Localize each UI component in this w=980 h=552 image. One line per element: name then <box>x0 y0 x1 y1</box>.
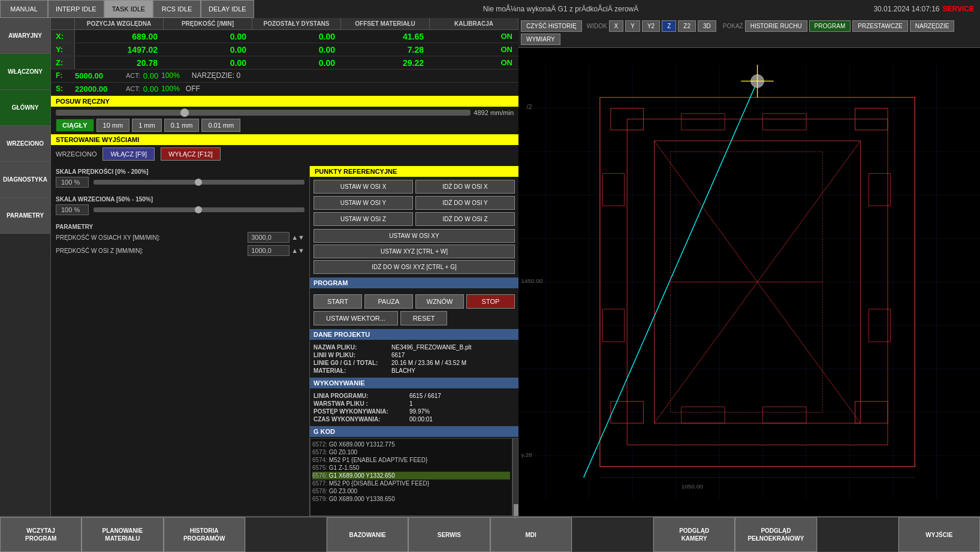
param-xy-row: PRĘDKOŚĆ W OSIACH XY [MM/MIN]: ▲▼ <box>56 232 304 243</box>
sidebar-item-awaryjny[interactable]: AWARYJNY <box>0 18 50 54</box>
ustaw-y-button[interactable]: USTAW W OSI Y <box>313 196 413 210</box>
z-offset: 29.22 <box>341 58 430 68</box>
przestawcze-button[interactable]: PRZESTAWCZE <box>852 20 907 32</box>
param-z-input[interactable] <box>248 245 290 256</box>
narzedzie-button[interactable]: NARZĘDZIE <box>910 20 955 32</box>
wylacz-button[interactable]: WYŁĄCZ [F12] <box>161 147 221 161</box>
x-cal: ON <box>430 32 518 41</box>
historie-ruchu-button[interactable]: HISTORIE RUCHU <box>745 20 807 32</box>
wyk-warstwa-val: 1 <box>409 400 413 407</box>
x-offset: 41.65 <box>341 32 430 41</box>
manual-button[interactable]: MANUAL <box>0 0 48 18</box>
podglad-kamery-button[interactable]: PODGLĄD KAMERY <box>653 517 735 552</box>
start-button[interactable]: START <box>313 294 362 309</box>
param-z-spinner[interactable]: ▲▼ <box>291 247 304 254</box>
historia-programow-button[interactable]: HISTORIA PROGRAMÓW <box>164 517 245 552</box>
ref-header: PUNKTY REFERENCYJNE <box>310 166 518 177</box>
sidebar-item-wlaczony[interactable]: WŁĄCZONY <box>0 54 50 90</box>
wymiary-button[interactable]: WYMIARY <box>521 34 560 45</box>
goto-xyz-button[interactable]: IDŹ DO W OSI XYZ [CTRL + G] <box>313 260 515 274</box>
program-button[interactable]: PROGRAM <box>809 20 851 32</box>
posuw-001mm-button[interactable]: 0.01 mm <box>201 119 240 132</box>
f-value: 5000.00 <box>75 71 123 80</box>
posuw-slider-track[interactable] <box>56 110 471 116</box>
viz-controls-bar: CZYŚĆ HISTORIĘ WIDOK X Y Y2 Z Z2 3D POKA… <box>518 18 980 48</box>
ustaw-xy-button[interactable]: USTAW W OSI XY <box>313 229 515 243</box>
gkod-scrollbar-thumb[interactable] <box>514 504 518 516</box>
interp-idle-button[interactable]: INTERP IDLE <box>48 0 104 18</box>
param-xy-spinner[interactable]: ▲▼ <box>291 234 304 241</box>
serwis-button[interactable]: SERWIS <box>408 517 490 552</box>
posuw-slider-thumb[interactable] <box>180 108 189 117</box>
ustaw-x-button[interactable]: USTAW W OSI X <box>313 180 413 194</box>
y-pos: 1497.02 <box>75 45 164 55</box>
wyk-section: LINIA PROGRAMU: 6615 / 6617 WARSTWA PLIK… <box>310 390 518 426</box>
dane-linie-val: 20.16 M / 23.36 M / 43.52 M <box>391 360 466 366</box>
rcs-idle-button[interactable]: RCS IDLE <box>153 0 201 18</box>
vektor-button[interactable]: USTAW WEKTOR... <box>313 311 398 325</box>
param-xy-label: PRĘDKOŚĆ W OSIACH XY [MM/MIN]: <box>56 234 248 241</box>
x-label: X: <box>51 30 75 43</box>
widok-y-button[interactable]: Y <box>625 20 640 32</box>
idz-z-button[interactable]: IDŹ DO W OSI Z <box>415 212 515 226</box>
sterowanie-label: WRZECIONO <box>56 150 97 158</box>
wyjscie-button[interactable]: WYJŚCIE <box>898 517 980 552</box>
gkod-line-6574: 6574: M52 P1 {ENABLE ADAPTIVE FEED} <box>312 456 510 464</box>
posuw-01mm-button[interactable]: 0.1 mm <box>164 119 200 132</box>
y-cal: ON <box>430 45 518 54</box>
delay-idle-button[interactable]: DELAY IDLE <box>201 0 254 18</box>
gkod-scrollbar[interactable] <box>512 438 518 516</box>
skala-predkosci-thumb[interactable] <box>195 179 202 186</box>
ustaw-xyz-button[interactable]: USTAW XYZ [CTRL + W] <box>313 245 515 258</box>
sidebar-item-diagnostyka[interactable]: DIAGNOSTYKA <box>0 162 50 198</box>
mdi-button[interactable]: MDI <box>490 517 572 552</box>
posuw-header: POSUW RĘCZNY <box>51 96 518 107</box>
ciagly-button[interactable]: CIĄGŁY <box>56 119 94 132</box>
gkod-content[interactable]: 6572: G0 X689.000 Y1312.775 6573: G0 Z0.… <box>310 438 512 516</box>
skala-wrzeciona-thumb[interactable] <box>195 206 202 213</box>
skala-predkosci-track[interactable] <box>94 180 304 185</box>
pauza-button[interactable]: PAUZA <box>364 294 413 309</box>
wyk-warstwa-key: WARSTWA PLIKU : <box>313 400 409 407</box>
sterowanie-section: WRZECIONO WŁĄCZ [F9] WYŁĄCZ [F12] <box>51 145 518 163</box>
stop-button[interactable]: STOP <box>466 294 515 309</box>
posuw-section: 4892 mm/min CIĄGŁY 10 mm 1 mm 0.1 mm 0.0… <box>51 107 518 134</box>
widok-3d-button[interactable]: 3D <box>698 20 716 32</box>
widok-z2-button[interactable]: Z2 <box>678 20 696 32</box>
dane-nazwa-key: NAZWA PLIKU: <box>313 344 391 351</box>
skala-wrzeciona-track[interactable] <box>94 207 304 212</box>
widok-z-button[interactable]: Z <box>662 20 676 32</box>
s-row: S: 22000.00 ACT: 0.00 100% OFF <box>51 83 518 96</box>
skala-wrzeciona-row: 100 % <box>56 204 304 215</box>
viz-svg: /2 1450.00 y.28 <box>518 48 980 516</box>
wznow-button[interactable]: WZNÓW <box>415 294 464 309</box>
bazowanie-button[interactable]: BAZOWANIE <box>327 517 408 552</box>
wlacz-button[interactable]: WŁĄCZ [F9] <box>102 147 155 161</box>
skala-predkosci-row: 100 % <box>56 177 304 188</box>
task-idle-button[interactable]: TASK IDLE <box>104 0 153 18</box>
posuw-1mm-button[interactable]: 1 mm <box>132 119 162 132</box>
posuw-10mm-button[interactable]: 10 mm <box>97 119 130 132</box>
sidebar-item-glowny[interactable]: GŁÓWNY <box>0 90 50 126</box>
param-z-label: PRĘDKOŚĆ W OSI Z [MM/MIN]: <box>56 248 248 254</box>
widok-x-button[interactable]: X <box>609 20 624 32</box>
sidebar-item-parametry[interactable]: PARAMETRY <box>0 198 50 234</box>
z-pos: 20.78 <box>75 58 164 68</box>
wczytaj-program-button[interactable]: WCZYTAJ PROGRAM <box>0 517 82 552</box>
viz-canvas[interactable]: /2 1450.00 y.28 <box>518 48 980 516</box>
podglad-pelnoekranowy-button[interactable]: PODGLĄD PEŁNOEKRANOWY <box>735 517 816 552</box>
sidebar-item-wrzeciono[interactable]: WRZECIONO <box>0 126 50 162</box>
czysc-historię-button[interactable]: CZYŚĆ HISTORIĘ <box>521 20 582 32</box>
wyk-linia-val: 6615 / 6617 <box>409 393 441 399</box>
idz-x-button[interactable]: IDŹ DO W OSI X <box>415 180 515 194</box>
param-xy-input[interactable] <box>248 232 290 243</box>
widok-y2-button[interactable]: Y2 <box>642 20 660 32</box>
y-dist: 0.00 <box>252 45 341 55</box>
ustaw-z-button[interactable]: USTAW W OSI Z <box>313 212 413 226</box>
z-speed: 0.00 <box>164 58 252 68</box>
idz-y-button[interactable]: IDŹ DO W OSI Y <box>415 196 515 210</box>
planowanie-materialu-button[interactable]: PLANOWANIE MATERIAŁU <box>82 517 163 552</box>
bottom-bar: WCZYTAJ PROGRAM PLANOWANIE MATERIAŁU HIS… <box>0 516 980 552</box>
reset-button[interactable]: RESET <box>400 311 448 325</box>
dane-nazwa-row: NAZWA PLIKU: NE3496_FREZOWANIE_B.plt <box>313 344 515 351</box>
